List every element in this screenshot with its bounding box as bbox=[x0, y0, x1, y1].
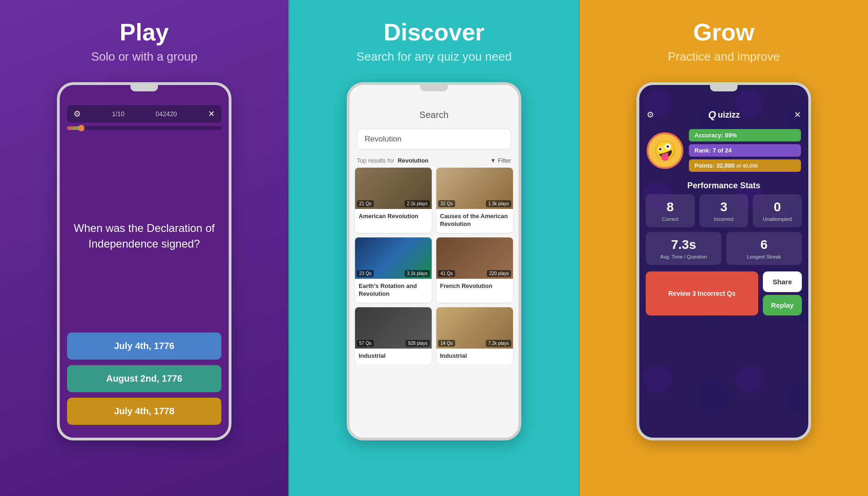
grow-stat-incorrect: 3 Incorrect bbox=[699, 194, 749, 227]
filter-button[interactable]: ▼ Filter bbox=[490, 157, 511, 164]
quiz-card-3-img: 23 Qs 3.1k plays bbox=[355, 237, 432, 279]
play-progress-bar bbox=[67, 126, 221, 130]
quiz-card-1-qs: 21 Qs bbox=[357, 200, 374, 207]
play-answer-2[interactable]: August 2nd, 1776 bbox=[67, 365, 221, 392]
grow-stat-avgtime-value: 7.3s bbox=[649, 237, 718, 252]
quiz-card-5-plays: 928 plays bbox=[406, 340, 430, 347]
phone-discover-inner: Search Revolution Top results for Revolu… bbox=[349, 85, 519, 438]
gear-icon: ⚙ bbox=[73, 109, 81, 119]
grow-right-buttons: Share Replay bbox=[763, 271, 802, 316]
quiz-card-2-img: 32 Qs 1.3k plays bbox=[436, 168, 513, 209]
quiz-card-6-title: Industrial bbox=[436, 349, 513, 365]
quiz-card-4-qs: 41 Qs bbox=[438, 270, 455, 277]
quiz-card-1[interactable]: 21 Qs 2.1k plays American Revolution bbox=[355, 168, 432, 233]
quiz-card-2[interactable]: 32 Qs 1.3k plays Causes of the American … bbox=[436, 168, 513, 233]
filter-label: Filter bbox=[498, 157, 511, 164]
panel-grow: Grow Practice and improve ⚙ Q uizizz ✕ 🤪… bbox=[580, 0, 868, 496]
quiz-card-4-plays: 220 plays bbox=[487, 270, 511, 277]
quiz-card-5-qs: 57 Qs bbox=[357, 340, 374, 347]
quiz-card-2-qs: 32 Qs bbox=[438, 200, 455, 207]
discover-search-title: Search bbox=[349, 105, 519, 125]
grow-stat-avgtime: 7.3s Avg. Time / Question bbox=[646, 232, 721, 265]
quiz-card-5[interactable]: 57 Qs 928 plays Industrial bbox=[355, 307, 432, 365]
phone-play: ⚙ 1/10 042420 ✕ When was the Declaration… bbox=[57, 82, 231, 440]
grow-logo: Q uizizz bbox=[708, 109, 740, 121]
grow-perf-title: Performance Stats bbox=[639, 181, 808, 191]
grow-gear-icon: ⚙ bbox=[647, 110, 654, 120]
grow-stats-pills: Accuracy: 89% Rank: 7 of 24 Points: 32,9… bbox=[689, 129, 801, 172]
search-query-text: Revolution bbox=[365, 135, 401, 144]
grow-stat-unattempted-value: 0 bbox=[756, 200, 798, 214]
play-answer-1[interactable]: July 4th, 1776 bbox=[67, 333, 221, 360]
grow-rank-pill: Rank: 7 of 24 bbox=[689, 144, 801, 157]
quiz-card-5-title: Industrial bbox=[355, 349, 432, 365]
phone-notch bbox=[130, 85, 158, 91]
quiz-card-1-img: 21 Qs 2.1k plays bbox=[355, 168, 432, 209]
grow-action-buttons: Review 3 Incorrect Qs Share Replay bbox=[639, 271, 808, 316]
play-question: When was the Declaration of Independence… bbox=[67, 158, 221, 314]
phone-notch-3 bbox=[710, 85, 738, 91]
quiz-card-6[interactable]: 14 Qs 7.2k plays Industrial bbox=[436, 307, 513, 365]
grow-stat-incorrect-label: Incorrect bbox=[703, 216, 745, 222]
grow-logo-rest: uizizz bbox=[718, 110, 740, 120]
play-progress: 1/10 bbox=[112, 110, 124, 118]
grow-close-icon[interactable]: ✕ bbox=[794, 110, 801, 120]
replay-button[interactable]: Replay bbox=[763, 295, 802, 316]
filter-icon: ▼ bbox=[490, 157, 496, 164]
quiz-card-6-img: 14 Qs 7.2k plays bbox=[436, 307, 513, 349]
phone-grow-inner: ⚙ Q uizizz ✕ 🤪 Accuracy: 89% Rank: 7 of bbox=[639, 85, 808, 438]
quiz-card-3-qs: 23 Qs bbox=[357, 270, 374, 277]
quiz-card-2-plays: 1.3k plays bbox=[486, 200, 511, 207]
quiz-card-4[interactable]: 41 Qs 220 plays French Revolution bbox=[436, 237, 513, 303]
play-subtitle: Solo or with a group bbox=[91, 50, 197, 64]
quiz-card-4-img: 41 Qs 220 plays bbox=[436, 237, 513, 279]
quiz-card-3[interactable]: 23 Qs 3.1k plays Earth's Rotation and Re… bbox=[355, 237, 432, 303]
quiz-card-3-title: Earth's Rotation and Revolution bbox=[355, 279, 432, 303]
grow-points-pill: Points: 32,980 of 40,000 bbox=[689, 159, 801, 172]
grow-stat-unattempted: 0 Unattempted bbox=[753, 194, 802, 227]
grow-logo-q: Q bbox=[708, 109, 716, 121]
grow-stat-streak-label: Longest Streak bbox=[730, 254, 798, 259]
grow-avatar-row: 🤪 Accuracy: 89% Rank: 7 of 24 Points: 32… bbox=[639, 124, 808, 176]
quiz-card-1-title: American Revolution bbox=[355, 209, 432, 225]
play-close-icon[interactable]: ✕ bbox=[208, 109, 215, 119]
quiz-card-3-plays: 3.1k plays bbox=[405, 270, 430, 277]
grow-stats-grid-2: 7.3s Avg. Time / Question 6 Longest Stre… bbox=[639, 232, 808, 271]
review-incorrect-button[interactable]: Review 3 Incorrect Qs bbox=[646, 271, 758, 316]
panel-discover: Discover Search for any quiz you need Se… bbox=[288, 0, 580, 496]
quiz-card-6-qs: 14 Qs bbox=[438, 340, 455, 347]
grow-title: Grow bbox=[693, 18, 755, 46]
grow-accuracy-pill: Accuracy: 89% bbox=[689, 129, 801, 141]
grow-stat-correct: 8 Correct bbox=[646, 194, 695, 227]
grow-stat-streak-value: 6 bbox=[730, 237, 798, 252]
quiz-card-2-title: Causes of the American Revolution bbox=[436, 209, 513, 233]
discover-quiz-grid: 21 Qs 2.1k plays American Revolution 32 … bbox=[349, 168, 519, 364]
results-keyword: Revolution bbox=[398, 157, 428, 164]
grow-stat-correct-value: 8 bbox=[649, 200, 691, 214]
grow-topbar: ⚙ Q uizizz ✕ bbox=[639, 105, 808, 124]
phone-notch-2 bbox=[420, 85, 448, 91]
play-progress-dot bbox=[78, 125, 85, 131]
play-answer-3[interactable]: July 4th, 1778 bbox=[67, 398, 221, 425]
quiz-card-1-plays: 2.1k plays bbox=[405, 200, 430, 207]
panel-play: Play Solo or with a group ⚙ 1/10 042420 … bbox=[0, 0, 288, 496]
grow-stat-incorrect-value: 3 bbox=[703, 200, 745, 214]
quiz-card-5-img: 57 Qs 928 plays bbox=[355, 307, 432, 349]
phone-grow: ⚙ Q uizizz ✕ 🤪 Accuracy: 89% Rank: 7 of bbox=[637, 82, 811, 440]
results-prefix: Top results for bbox=[357, 157, 395, 164]
discover-results-label: Top results for Revolution ▼ Filter bbox=[349, 155, 519, 168]
discover-title: Discover bbox=[383, 18, 485, 46]
discover-search-bar[interactable]: Revolution bbox=[357, 129, 511, 150]
quiz-card-6-plays: 7.2k plays bbox=[486, 340, 511, 347]
discover-subtitle: Search for any quiz you need bbox=[356, 50, 512, 64]
grow-stat-correct-label: Correct bbox=[649, 216, 691, 222]
grow-stat-avgtime-label: Avg. Time / Question bbox=[649, 254, 718, 259]
play-code: 042420 bbox=[156, 110, 177, 118]
phone-discover: Search Revolution Top results for Revolu… bbox=[347, 82, 521, 440]
share-button[interactable]: Share bbox=[763, 271, 802, 292]
grow-stats-grid: 8 Correct 3 Incorrect 0 Unattempted bbox=[639, 194, 808, 232]
play-progress-fill bbox=[67, 126, 83, 130]
grow-subtitle: Practice and improve bbox=[668, 50, 780, 64]
grow-stat-streak: 6 Longest Streak bbox=[726, 232, 802, 265]
phone-play-inner: ⚙ 1/10 042420 ✕ When was the Declaration… bbox=[60, 85, 229, 438]
